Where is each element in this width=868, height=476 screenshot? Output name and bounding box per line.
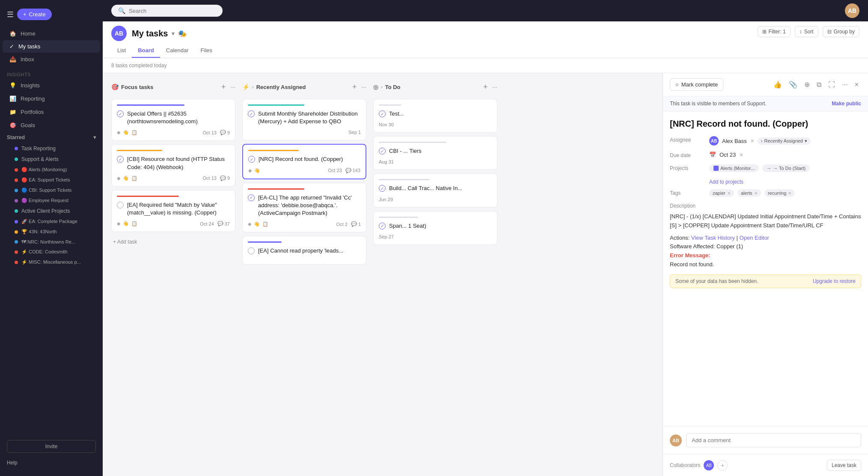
todo-card-3-checkbox[interactable] bbox=[379, 185, 386, 192]
ra-card-3[interactable]: [EA-CL] The app returned "Invalid 'Cc' a… bbox=[242, 183, 366, 233]
sort-icon: ↕ bbox=[800, 29, 802, 35]
open-editor-link[interactable]: Open Editor bbox=[740, 235, 769, 241]
project-arrow-tag[interactable]: → → To Do (Start) bbox=[762, 164, 810, 172]
tab-files[interactable]: Files bbox=[195, 44, 218, 58]
help-button[interactable]: Help bbox=[7, 458, 96, 467]
group-by-button[interactable]: ⊟ Group by bbox=[823, 26, 859, 37]
sort-button[interactable]: ↕ Sort bbox=[795, 26, 818, 37]
search-input[interactable] bbox=[129, 8, 216, 14]
ra-card-4[interactable]: [EA] Cannot read property 'leads... bbox=[242, 236, 366, 265]
subtask-button[interactable]: ⊕ bbox=[802, 79, 812, 90]
sidebar-item-insights[interactable]: 💡 Insights bbox=[3, 79, 100, 92]
sidebar-item-inbox[interactable]: 📥 Inbox bbox=[3, 53, 100, 65]
starred-item-alerts-monitoring[interactable]: 🔴 Alerts (Monitoring) bbox=[3, 165, 100, 175]
tag-alerts[interactable]: alerts ✕ bbox=[737, 189, 761, 197]
make-public-button[interactable]: Make public bbox=[832, 101, 861, 107]
ra-card-2-checkbox[interactable] bbox=[248, 156, 255, 163]
ra-card-2[interactable]: [NRC] Record not found. (Copper) ◆ 👋 Oct… bbox=[242, 144, 366, 179]
focus-card-3[interactable]: [EA] Required field "Match by Value" (ma… bbox=[111, 190, 235, 232]
create-button[interactable]: + Create bbox=[17, 9, 52, 20]
focus-add-task-btn[interactable]: + Add task bbox=[111, 235, 235, 248]
hamburger-button[interactable]: ☰ bbox=[7, 10, 14, 19]
due-date-value[interactable]: 📅 Oct 23 ✕ bbox=[709, 152, 861, 158]
todo-add-button[interactable]: + bbox=[480, 82, 490, 92]
user-avatar[interactable]: AB bbox=[845, 3, 859, 18]
tag-recurring[interactable]: recurring ✕ bbox=[764, 189, 795, 197]
fullscreen-button[interactable]: ⛶ bbox=[826, 79, 838, 90]
starred-item-support-alerts[interactable]: Support & Alerts bbox=[3, 154, 100, 164]
search-bar[interactable]: 🔍 bbox=[111, 5, 223, 17]
project-tag[interactable]: Alerts (Monitor... bbox=[709, 164, 759, 172]
focus-add-button[interactable]: + bbox=[218, 82, 229, 92]
ra-card-1-checkbox[interactable] bbox=[248, 110, 255, 117]
leave-task-button[interactable]: Leave task bbox=[827, 460, 861, 471]
comment-avatar: AB bbox=[670, 434, 682, 446]
comment-input[interactable] bbox=[686, 433, 861, 447]
more-options-button[interactable]: ··· bbox=[839, 79, 850, 90]
attach-button[interactable]: 📎 bbox=[786, 79, 800, 90]
close-panel-button[interactable]: × bbox=[852, 79, 861, 90]
tag-zapier[interactable]: zapier ✕ bbox=[709, 189, 734, 197]
sidebar-item-reporting[interactable]: 📊 Reporting bbox=[3, 92, 100, 105]
project-icon bbox=[713, 166, 719, 171]
focus-more-button[interactable]: ··· bbox=[230, 82, 235, 92]
sidebar-item-my-tasks[interactable]: ✓ My tasks bbox=[3, 40, 100, 53]
ra-more-button[interactable]: ··· bbox=[361, 82, 366, 92]
thumbs-up-button[interactable]: 👍 bbox=[771, 79, 785, 90]
remove-alerts-tag[interactable]: ✕ bbox=[754, 191, 758, 196]
tab-list[interactable]: List bbox=[111, 44, 132, 58]
copy-button[interactable]: ⧉ bbox=[814, 79, 824, 90]
focus-card-1-checkbox[interactable] bbox=[117, 110, 124, 117]
focus-card-3-checkbox[interactable] bbox=[117, 202, 124, 208]
description-content: [NRC] - (1/x) [CALENDAR] Updated Initial… bbox=[670, 212, 861, 269]
todo-card-1-checkbox[interactable] bbox=[379, 110, 386, 117]
sidebar-item-portfolios[interactable]: 📁 Portfolios bbox=[3, 106, 100, 118]
sidebar-item-home[interactable]: 🏠 Home bbox=[3, 27, 100, 40]
todo-card-4-checkbox[interactable] bbox=[379, 223, 386, 229]
focus-card-2-checkbox[interactable] bbox=[117, 156, 124, 163]
ra-card-3-comments: 💬 1 bbox=[351, 221, 361, 227]
mark-complete-button[interactable]: ○ Mark complete bbox=[670, 78, 723, 91]
ra-add-button[interactable]: + bbox=[349, 82, 360, 92]
todo-card-2[interactable]: CBI - ... Tiers Aug 31 bbox=[373, 136, 497, 170]
todo-card-2-checkbox[interactable] bbox=[379, 148, 386, 155]
todo-card-3[interactable]: Build... Call Trac... Native In... Jun 2… bbox=[373, 173, 497, 207]
add-to-projects-button[interactable]: Add to projects bbox=[709, 179, 743, 185]
todo-card-4[interactable]: Span... 1 Seat) Sep 27 bbox=[373, 211, 497, 245]
focus-card-1[interactable]: Special Offers || #52635 (northtownsremo… bbox=[111, 99, 235, 141]
starred-section-header[interactable]: Starred ▾ bbox=[0, 132, 103, 143]
focus-card-2[interactable]: [CBI] Resource not found (HTTP Status Co… bbox=[111, 144, 235, 186]
show-options-button[interactable]: ▾ bbox=[172, 30, 175, 37]
invite-button[interactable]: Invite bbox=[7, 440, 96, 453]
remove-zapier-tag[interactable]: ✕ bbox=[727, 191, 731, 196]
filter-button[interactable]: ⊞ Filter: 1 bbox=[758, 26, 791, 37]
starred-item-ea-complete[interactable]: 🚀 EA: Complete Package bbox=[3, 217, 100, 226]
ra-card-4-checkbox[interactable] bbox=[248, 247, 255, 254]
emoji-options-button[interactable]: 🎭 bbox=[178, 30, 187, 38]
starred-item-cbi-support[interactable]: 🔵 CBI: Support Tickets bbox=[3, 185, 100, 195]
reporting-icon: 📊 bbox=[9, 95, 16, 102]
starred-item-task-reporting[interactable]: Task Reporting bbox=[3, 143, 100, 154]
starred-item-active-client-projects[interactable]: Active Client Projects bbox=[3, 206, 100, 216]
tab-calendar[interactable]: Calendar bbox=[160, 44, 195, 58]
remove-recurring-tag[interactable]: ✕ bbox=[788, 191, 791, 196]
tab-board[interactable]: Board bbox=[132, 44, 160, 58]
starred-item-43n[interactable]: 🏆 43N: 43North bbox=[3, 227, 100, 237]
todo-more-button[interactable]: ··· bbox=[492, 82, 497, 92]
starred-item-employee-request[interactable]: 🟣 Employee Request bbox=[3, 196, 100, 205]
starred-item-code[interactable]: ⚡ CODE: Codesmith bbox=[3, 247, 100, 257]
ra-card-3-checkbox[interactable] bbox=[248, 194, 255, 201]
ra-card-1[interactable]: Submit Monthly Shareholder Distribution … bbox=[242, 99, 366, 140]
todo-card-1[interactable]: Test... Nov 30 bbox=[373, 99, 497, 133]
starred-item-ea-support[interactable]: 🔴 EA: Support Tickets bbox=[3, 175, 100, 185]
add-collaborator-button[interactable]: + bbox=[717, 460, 728, 470]
ra-card-1-footer: Sep 1 bbox=[248, 130, 361, 135]
assignee-avatar: AB bbox=[709, 136, 719, 146]
view-task-history-link[interactable]: View Task History bbox=[691, 235, 735, 241]
clear-assignee-button[interactable]: ✕ bbox=[750, 138, 754, 144]
sidebar-item-goals[interactable]: 🎯 Goals bbox=[3, 119, 100, 131]
starred-item-misc[interactable]: ⚡ MISC: Miscellaneous p... bbox=[3, 257, 100, 267]
starred-item-nrc[interactable]: 🗺 NRC: Northtowns Re... bbox=[3, 237, 100, 247]
upgrade-link-button[interactable]: Upgrade to restore bbox=[813, 278, 856, 284]
clear-date-button[interactable]: ✕ bbox=[739, 152, 743, 158]
